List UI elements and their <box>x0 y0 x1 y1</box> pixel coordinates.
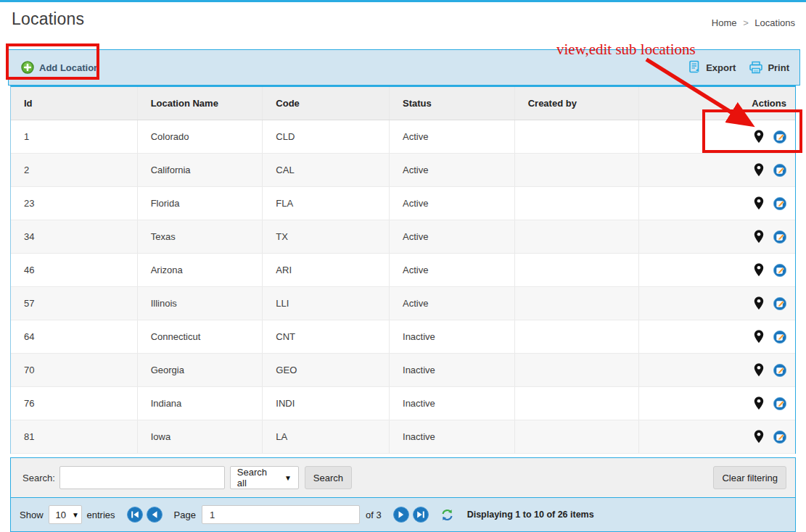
cell-status: Active <box>390 254 515 286</box>
cell-status: Active <box>390 287 515 320</box>
export-button[interactable]: Export <box>688 60 736 75</box>
sub-locations-pin-icon[interactable] <box>754 363 764 377</box>
page-size-select[interactable]: 10 ▼ <box>49 505 82 524</box>
previous-page-button[interactable] <box>147 507 163 523</box>
cell-actions <box>639 287 795 320</box>
cell-created-by <box>515 120 640 153</box>
table-body: 1 Colorado CLD Active <box>11 120 795 454</box>
page-label: Page <box>174 510 196 520</box>
table-header: Id Location Name Code Status Created by … <box>11 87 795 120</box>
edit-location-icon[interactable] <box>773 364 786 377</box>
edit-location-icon[interactable] <box>773 297 786 310</box>
cell-code: CAL <box>263 154 390 186</box>
table-row: 34 Texas TX Active <box>11 220 795 254</box>
column-header-created-by[interactable]: Created by <box>515 87 640 120</box>
sub-locations-pin-icon[interactable] <box>754 263 764 277</box>
show-label: Show <box>20 510 44 520</box>
edit-location-icon[interactable] <box>773 164 786 177</box>
breadcrumb-separator: > <box>743 17 749 28</box>
sub-locations-pin-icon[interactable] <box>754 430 764 444</box>
table-row: 70 Georgia GEO Inactive <box>11 354 795 387</box>
cell-created-by <box>515 254 640 286</box>
edit-location-icon[interactable] <box>773 397 786 410</box>
chevron-down-icon: ▼ <box>284 474 292 482</box>
cell-created-by <box>515 187 640 220</box>
cell-id: 57 <box>11 287 138 320</box>
cell-status: Inactive <box>390 354 515 386</box>
search-label: Search: <box>22 473 55 483</box>
chevron-down-icon: ▼ <box>72 511 79 519</box>
displaying-status: Displaying 1 to 10 of 26 items <box>467 510 594 520</box>
page-size-value: 10 <box>56 510 66 520</box>
page-number-input[interactable] <box>202 505 360 524</box>
sub-locations-pin-icon[interactable] <box>754 296 764 310</box>
cell-created-by <box>515 220 640 253</box>
cell-created-by <box>515 420 640 453</box>
breadcrumb-home-link[interactable]: Home <box>712 17 737 28</box>
table-row: 76 Indiana INDI Inactive <box>11 387 795 420</box>
cell-location-name: Iowa <box>138 420 263 453</box>
cell-status: Inactive <box>390 420 515 453</box>
refresh-icon[interactable] <box>440 508 454 522</box>
cell-id: 1 <box>11 120 138 153</box>
edit-location-icon[interactable] <box>773 331 786 344</box>
edit-location-icon[interactable] <box>773 431 786 444</box>
cell-id: 46 <box>11 254 138 286</box>
search-scope-value: Search all <box>237 467 279 489</box>
next-page-button[interactable] <box>393 507 409 523</box>
sub-locations-pin-icon[interactable] <box>754 230 764 244</box>
cell-location-name: Texas <box>138 220 263 253</box>
print-button[interactable]: Print <box>749 61 789 75</box>
table-row: 23 Florida FLA Active <box>11 187 795 220</box>
cell-created-by <box>515 154 640 186</box>
sub-locations-pin-icon[interactable] <box>754 396 764 410</box>
column-header-status[interactable]: Status <box>390 87 515 120</box>
search-button[interactable]: Search <box>305 466 352 489</box>
cell-status: Active <box>390 120 515 153</box>
cell-status: Active <box>390 220 515 253</box>
page-count-label: of 3 <box>366 510 382 520</box>
edit-location-icon[interactable] <box>773 197 786 210</box>
cell-id: 70 <box>11 354 138 386</box>
cell-location-name: Illinois <box>138 287 263 320</box>
column-header-id[interactable]: Id <box>11 87 138 120</box>
cell-code: TX <box>263 220 390 253</box>
column-header-code[interactable]: Code <box>263 87 390 120</box>
cell-location-name: Georgia <box>138 354 263 386</box>
sub-locations-pin-icon[interactable] <box>754 196 764 210</box>
column-header-location-name[interactable]: Location Name <box>138 87 263 120</box>
first-page-button[interactable] <box>127 507 143 523</box>
cell-code: GEO <box>263 354 390 386</box>
locations-page: Locations Home > Locations Add Location <box>0 0 806 532</box>
cell-status: Active <box>390 187 515 220</box>
cell-actions <box>639 254 795 286</box>
sub-locations-pin-icon[interactable] <box>754 163 764 177</box>
edit-location-icon[interactable] <box>773 264 786 277</box>
search-input[interactable] <box>59 466 225 489</box>
cell-id: 81 <box>11 420 138 453</box>
table-row: 81 Iowa LA Inactive <box>11 420 795 454</box>
cell-actions <box>639 420 795 453</box>
cell-actions <box>639 154 795 186</box>
cell-id: 76 <box>11 387 138 420</box>
cell-actions <box>639 320 795 353</box>
clear-filtering-button[interactable]: Clear filtering <box>713 466 786 489</box>
annotation-box-row-actions <box>702 109 802 153</box>
cell-actions <box>639 220 795 253</box>
breadcrumb-current: Locations <box>754 17 795 28</box>
cell-id: 64 <box>11 320 138 353</box>
search-scope-select[interactable]: Search all ▼ <box>230 466 299 489</box>
edit-location-icon[interactable] <box>773 230 786 244</box>
cell-created-by <box>515 320 640 353</box>
breadcrumb: Home > Locations <box>712 17 795 28</box>
cell-status: Inactive <box>390 320 515 353</box>
search-bar: Search: Search all ▼ Search Clear filter… <box>10 457 796 498</box>
sub-locations-pin-icon[interactable] <box>754 330 764 344</box>
cell-location-name: Florida <box>138 187 263 220</box>
cell-created-by <box>515 387 640 420</box>
cell-actions <box>639 354 795 386</box>
cell-id: 23 <box>11 187 138 220</box>
cell-status: Inactive <box>390 387 515 420</box>
last-page-button[interactable] <box>413 507 429 523</box>
cell-code: CNT <box>263 320 390 353</box>
